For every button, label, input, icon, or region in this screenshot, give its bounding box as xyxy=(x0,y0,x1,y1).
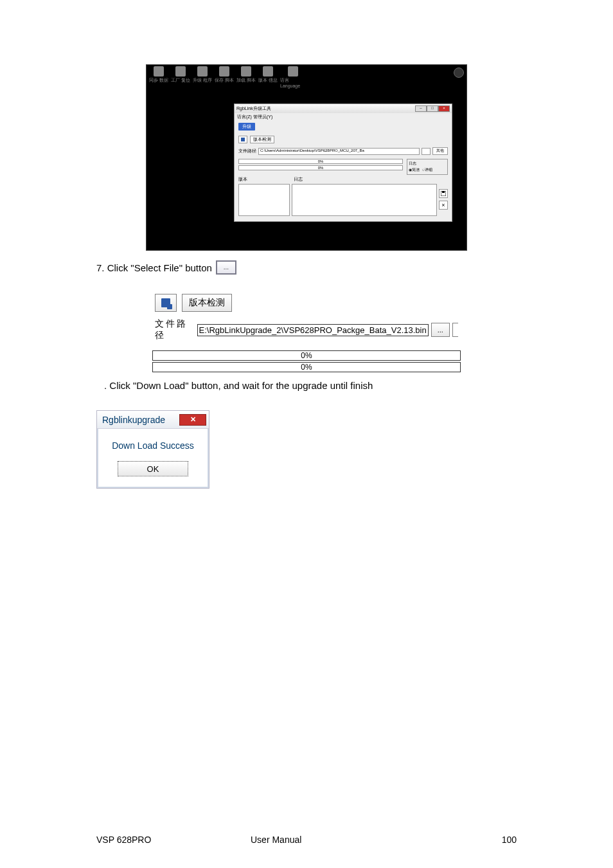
step-7-instruction: 7. Click "Select File" button ... xyxy=(96,260,517,275)
toolbar-version[interactable]: 版本 信息 xyxy=(258,66,278,84)
info-icon xyxy=(263,66,273,77)
path-label: 文件路径 xyxy=(238,148,256,154)
ok-button[interactable]: OK xyxy=(118,461,188,476)
dialog-button-row: OK xyxy=(97,456,209,488)
upgrade-icon xyxy=(197,66,208,77)
dialog-titlebar: Rgblinkupgrade ✕ xyxy=(97,411,209,429)
toolbar-sync[interactable]: 同步 数据 xyxy=(149,66,168,84)
toolbar-factory[interactable]: 工厂 复位 xyxy=(171,66,190,84)
upgrade-button[interactable]: 升级 xyxy=(238,123,255,131)
progress-bar-2: 0% xyxy=(152,362,461,372)
radio-detail[interactable]: ○详细 xyxy=(422,167,432,173)
toolbar-load[interactable]: 加载 脚本 xyxy=(236,66,256,84)
instruction-text: 7. Click "Select File" button xyxy=(96,262,212,273)
svg-rect-0 xyxy=(241,138,245,141)
log-panel xyxy=(292,184,437,216)
download-icon-button[interactable] xyxy=(155,294,177,312)
radio-simple[interactable]: ◉简洁 xyxy=(409,167,420,173)
toolbar-language[interactable]: 语言 Language xyxy=(280,66,306,88)
log-options: 日志 ◉简洁 ○详细 xyxy=(407,159,448,175)
toolbar-upgrade[interactable]: 升级 程序 xyxy=(193,66,212,84)
step-8-instruction: . Click "Down Load" button, and wait for… xyxy=(104,380,517,391)
dialog-title: Rgblinkupgrade xyxy=(102,415,165,425)
toolbar-label: 加载 脚本 xyxy=(236,77,256,84)
toolbar-save[interactable]: 保存 脚本 xyxy=(215,66,234,84)
toolbar-label: 保存 脚本 xyxy=(215,77,234,84)
factory-icon xyxy=(175,66,186,77)
browse-button[interactable] xyxy=(422,148,431,155)
screenshot-file-path: 版本检测 文件路径 E:\RgbLinkUpgrade_2\VSP628PRO_… xyxy=(146,286,467,372)
page-footer: VSP 628PRO User Manual 100 xyxy=(0,835,613,845)
globe-icon xyxy=(288,66,298,77)
sync-icon xyxy=(154,66,164,77)
log-label: 日志 xyxy=(409,161,446,167)
download-icon-button[interactable] xyxy=(238,136,247,143)
instruction-text: . Click "Down Load" button, and wait for… xyxy=(104,380,373,391)
select-file-button-icon: ... xyxy=(216,260,236,275)
upgrade-dialog: RgbLink升级工具 – □ × 语言(Z) 管理员(Y) 升级 版本检测 文… xyxy=(234,104,452,222)
toolbar-label: 同步 数据 xyxy=(149,77,168,84)
toolbar-label: 版本 信息 xyxy=(258,77,278,84)
path-input[interactable]: C:\Users\Administrator\Desktop\VSP628PRO… xyxy=(258,148,420,155)
dialog-menubar[interactable]: 语言(Z) 管理员(Y) xyxy=(235,113,452,121)
log-panel-label: 日志 xyxy=(294,176,435,183)
dialog-body: 升级 版本检测 文件路径 C:\Users\Administrator\Desk… xyxy=(235,121,452,221)
progress-bar-1: 0% xyxy=(238,159,403,164)
version-detect-button[interactable]: 版本检测 xyxy=(250,136,274,143)
screenshot-upgrade-tool: 同步 数据 工厂 复位 升级 程序 保存 脚本 加载 脚本 版本 信息 语言 L… xyxy=(146,64,467,251)
svg-rect-2 xyxy=(442,191,445,193)
path-label: 文件路径 xyxy=(155,318,195,341)
load-icon xyxy=(241,66,251,77)
save-log-button[interactable] xyxy=(439,189,448,198)
close-icon: ✕ xyxy=(190,415,196,424)
save-icon xyxy=(219,66,229,77)
path-input[interactable]: E:\RgbLinkUpgrade_2\VSP628PRO_Packge_Bat… xyxy=(197,324,429,336)
browse-button[interactable]: ... xyxy=(431,323,450,337)
app-toolbar: 同步 数据 工厂 复位 升级 程序 保存 脚本 加载 脚本 版本 信息 语言 L… xyxy=(147,65,466,89)
screenshot-success-dialog: Rgblinkupgrade ✕ Down Load Success OK xyxy=(96,410,209,489)
version-detect-button[interactable]: 版本检测 xyxy=(182,294,232,312)
clear-log-button[interactable]: × xyxy=(439,201,448,210)
footer-product: VSP 628PRO xyxy=(96,835,251,845)
extra-button[interactable] xyxy=(452,323,458,337)
download-icon xyxy=(240,137,245,142)
other-button[interactable]: 其他 xyxy=(432,147,448,155)
progress-bar-1: 0% xyxy=(152,350,461,361)
close-button[interactable]: × xyxy=(438,105,450,112)
footer-page: 100 xyxy=(478,835,517,845)
dialog-title: RgbLink升级工具 xyxy=(236,105,271,112)
maximize-button[interactable]: □ xyxy=(427,105,438,112)
version-panel xyxy=(238,184,290,216)
download-icon xyxy=(161,298,170,307)
minimize-button[interactable]: – xyxy=(415,105,427,112)
disk-icon xyxy=(441,191,446,196)
toolbar-label: 工厂 复位 xyxy=(171,77,190,84)
toolbar-label: 升级 程序 xyxy=(193,77,212,84)
window-controls: – □ × xyxy=(415,105,450,112)
logo-icon xyxy=(454,68,464,78)
close-button[interactable]: ✕ xyxy=(179,414,206,426)
dialog-message: Down Load Success xyxy=(97,429,209,456)
dialog-titlebar: RgbLink升级工具 – □ × xyxy=(235,104,452,113)
toolbar-label: 语言 Language xyxy=(280,77,306,88)
version-panel-label: 版本 xyxy=(238,176,290,183)
footer-doc: User Manual xyxy=(251,835,478,845)
progress-bar-2: 0% xyxy=(238,165,403,170)
